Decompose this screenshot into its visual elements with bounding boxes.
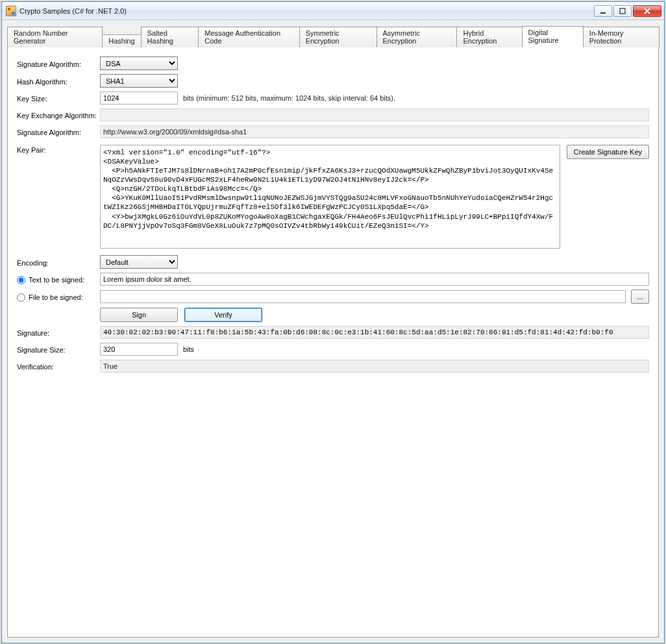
key-pair-textarea[interactable]: <?xml version="1.0" encoding="utf-16"?> … bbox=[100, 145, 560, 249]
client-area: Random Number Generator Hashing Salted H… bbox=[2, 20, 664, 643]
label-signature: Signature: bbox=[17, 328, 100, 337]
tab-random-number-generator[interactable]: Random Number Generator bbox=[7, 27, 103, 47]
hash-algorithm-combo[interactable]: SHA1 bbox=[100, 74, 178, 88]
label-signature-algorithm-url: Signature Algorithm: bbox=[17, 127, 100, 136]
verify-button[interactable]: Verify bbox=[184, 308, 262, 322]
label-key-size: Key Size: bbox=[17, 93, 100, 103]
text-to-sign-radio[interactable] bbox=[17, 276, 25, 284]
tab-in-memory-protection[interactable]: In-Memory Protection bbox=[583, 27, 660, 47]
window-title: Crypto Samples (C# for .NET 2.0) bbox=[19, 7, 127, 15]
app-icon bbox=[6, 6, 16, 16]
label-encoding: Encoding: bbox=[17, 258, 100, 267]
label-key-exchange-algorithm: Key Exchange Algorithm: bbox=[17, 110, 100, 119]
file-to-sign-input[interactable] bbox=[100, 290, 626, 303]
tab-digital-signature[interactable]: Digital Signature bbox=[522, 26, 584, 47]
app-window: Crypto Samples (C# for .NET 2.0) Random … bbox=[1, 1, 665, 643]
maximize-button[interactable] bbox=[613, 5, 632, 17]
file-to-sign-radio[interactable] bbox=[17, 293, 25, 302]
signature-size-field bbox=[100, 343, 178, 356]
tab-hashing[interactable]: Hashing bbox=[102, 34, 141, 47]
tabstrip: Random Number Generator Hashing Salted H… bbox=[7, 25, 659, 47]
tab-panel-digital-signature: Signature Algorithm: DSA Hash Algorithm:… bbox=[7, 47, 659, 638]
minimize-button[interactable] bbox=[594, 5, 612, 17]
key-size-input[interactable] bbox=[100, 92, 178, 105]
signature-algorithm-url-field: http://www.w3.org/2000/09/xmldsig#dsa-sh… bbox=[100, 125, 649, 138]
svg-rect-1 bbox=[620, 8, 625, 14]
tab-hybrid-encryption[interactable]: Hybrid Encryption bbox=[456, 27, 522, 47]
signature-algorithm-combo[interactable]: DSA bbox=[100, 56, 178, 70]
tab-message-authentication-code[interactable]: Message Authentication Code bbox=[198, 27, 299, 47]
browse-file-button[interactable]: ... bbox=[631, 290, 649, 304]
sign-button[interactable]: Sign bbox=[100, 308, 178, 322]
encoding-combo[interactable]: Default bbox=[100, 255, 178, 269]
label-text-to-sign: Text to be signed: bbox=[29, 276, 84, 284]
maximize-icon bbox=[619, 8, 626, 14]
label-signature-algorithm: Signature Algorithm: bbox=[17, 59, 100, 68]
titlebar[interactable]: Crypto Samples (C# for .NET 2.0) bbox=[2, 2, 664, 20]
key-exchange-field bbox=[100, 108, 649, 121]
label-signature-size: Signature Size: bbox=[17, 345, 100, 354]
text-to-sign-input[interactable] bbox=[100, 273, 649, 286]
tab-salted-hashing[interactable]: Salted Hashing bbox=[141, 27, 199, 47]
signature-field: 40:30:02:02:b3:90:47:11:f8:b6:1a:5b:43:f… bbox=[100, 326, 649, 339]
close-icon bbox=[643, 8, 651, 14]
label-verification: Verification: bbox=[17, 362, 100, 371]
verification-field: True bbox=[100, 360, 649, 373]
create-signature-key-button[interactable]: Create Signature Key bbox=[567, 145, 649, 159]
signature-size-unit: bits bbox=[183, 345, 194, 353]
key-size-hint: bits (minimum: 512 bits, maximum: 1024 b… bbox=[183, 94, 395, 102]
tab-symmetric-encryption[interactable]: Symmetric Encryption bbox=[299, 27, 377, 47]
close-button[interactable] bbox=[633, 5, 661, 17]
label-file-to-sign: File to be signed: bbox=[29, 293, 83, 301]
minimize-icon bbox=[600, 8, 606, 14]
label-hash-algorithm: Hash Algorithm: bbox=[17, 77, 100, 86]
label-key-pair: Key Pair: bbox=[17, 145, 100, 154]
svg-rect-0 bbox=[600, 12, 606, 14]
tab-asymmetric-encryption[interactable]: Asymmetric Encryption bbox=[376, 27, 458, 47]
